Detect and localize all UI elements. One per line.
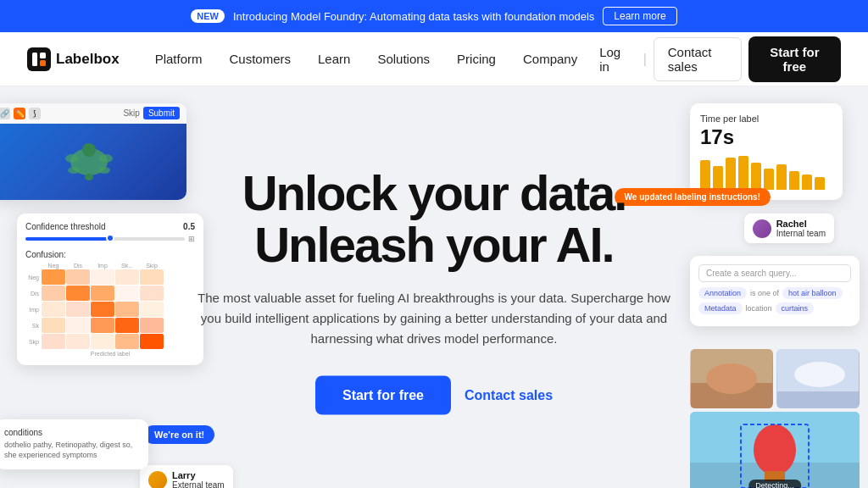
image-thumbnails: Detecting... [690, 349, 860, 488]
svg-point-8 [68, 167, 80, 174]
svg-point-19 [754, 424, 796, 475]
link-tool-icon: 🔗 [0, 108, 10, 119]
nav-customers[interactable]: Customers [217, 45, 303, 73]
conditions-title: conditions [4, 428, 140, 437]
bar-4 [738, 156, 748, 190]
confidence-slider[interactable]: ⊞ [25, 235, 195, 243]
bar-7 [776, 164, 787, 190]
svg-point-5 [82, 143, 96, 157]
banner-message: Introducing Model Foundry: Automating da… [233, 10, 594, 23]
contact-sales-link[interactable]: Contact sales [654, 37, 742, 81]
time-bar-chart [700, 156, 832, 190]
svg-rect-3 [40, 60, 46, 66]
logo-text: Labelbox [56, 51, 120, 68]
nav-learn[interactable]: Learn [306, 45, 362, 73]
nav-right: Log in | Contact sales Start for free [589, 36, 841, 82]
time-per-label-value: 17s [700, 125, 832, 149]
detecting-badge: Detecting... [748, 480, 801, 488]
annotation-tool-card: 🔗 ✏️ ⟆ Skip Submit [0, 103, 186, 200]
svg-rect-15 [777, 391, 859, 408]
logo[interactable]: Labelbox [27, 47, 120, 71]
time-per-label-card: Time per label 17s [690, 103, 843, 200]
banner-learn-button[interactable]: Learn more [603, 7, 676, 25]
hero-title: Unlock your data. Unleash your AI. [197, 168, 671, 271]
filter-value-1[interactable]: hot air balloon [782, 287, 843, 299]
bar-10 [815, 177, 825, 190]
svg-point-13 [706, 363, 757, 394]
svg-point-10 [85, 174, 93, 180]
annotation-image [0, 124, 186, 200]
hero-subtitle: The most valuable asset for fueling AI b… [197, 287, 671, 348]
edit-tool-icon: ⟆ [29, 108, 41, 119]
bar-2 [713, 166, 723, 190]
filter-value-2[interactable]: curtains [776, 302, 815, 314]
filter-row-1: Annotation is one of hot air balloon [698, 287, 851, 299]
navbar: Labelbox Platform Customers Learn Soluti… [0, 32, 868, 86]
nav-solutions[interactable]: Solutions [365, 45, 442, 73]
conditions-detail: dothelio pathy, Retinopathy, digest so, … [4, 440, 140, 461]
external-team-avatar [148, 471, 167, 489]
hero-buttons: Start for free Contact sales [197, 375, 671, 414]
nav-platform[interactable]: Platform [143, 45, 214, 73]
thumbnail-3: Detecting... [690, 412, 860, 488]
new-badge: NEW [191, 9, 225, 23]
confusion-matrix-card: Confidence threshold 0.5 ⊞ Confusion: Ne… [17, 214, 203, 365]
hero-contact-sales-button[interactable]: Contact sales [465, 387, 553, 402]
search-filter-card: Create a search query... Annotation is o… [690, 256, 860, 326]
internal-team-role: Internal team [776, 229, 826, 238]
search-query-input[interactable]: Create a search query... [698, 264, 851, 282]
thumbnail-2 [776, 349, 860, 408]
filter-op-2: location [746, 304, 772, 313]
thumbnail-1 [690, 349, 773, 408]
external-team-name: Larry [172, 470, 225, 480]
confidence-threshold-label: Confidence threshold 0.5 [25, 222, 195, 231]
internal-team-avatar [753, 219, 771, 238]
we-are-on-bubble: We're on it! [144, 425, 214, 444]
svg-rect-1 [32, 53, 37, 66]
svg-point-16 [794, 362, 845, 387]
time-per-label-title: Time per label [700, 114, 832, 124]
internal-team-card: Rachel Internal team [744, 214, 834, 243]
hero-start-free-button[interactable]: Start for free [315, 375, 451, 414]
bar-5 [751, 163, 761, 190]
labelbox-logo-icon [27, 47, 51, 71]
svg-point-6 [65, 154, 79, 163]
annotation-toolbar: 🔗 ✏️ ⟆ Skip Submit [0, 103, 186, 124]
bar-9 [802, 175, 812, 190]
filter-metadata-chip[interactable]: Metadata [698, 302, 743, 314]
confusion-label: Confusion: [25, 250, 195, 259]
filter-annotation-chip[interactable]: Annotation [698, 287, 747, 299]
filter-row-2: Metadata location curtains [698, 302, 851, 314]
nav-links: Platform Customers Learn Solutions Prici… [143, 45, 590, 73]
hero-section: 🔗 ✏️ ⟆ Skip Submit Confidence threshold … [0, 86, 868, 488]
internal-team-name: Rachel [776, 219, 826, 229]
svg-point-9 [98, 167, 110, 174]
turtle-image [55, 136, 123, 187]
bar-8 [789, 171, 799, 190]
conditions-card: conditions dothelio pathy, Retinopathy, … [0, 419, 148, 469]
svg-point-7 [99, 154, 113, 163]
login-link[interactable]: Log in [589, 38, 636, 80]
internal-team-info: Rachel Internal team [776, 219, 826, 238]
start-free-button[interactable]: Start for free [748, 36, 841, 82]
external-team-card: Larry External team [140, 465, 233, 488]
pen-tool-icon: ✏️ [14, 108, 25, 119]
svg-rect-2 [40, 53, 46, 58]
bar-3 [726, 158, 736, 190]
nav-company[interactable]: Company [511, 45, 589, 73]
external-team-info: Larry External team [172, 470, 225, 488]
announcement-banner: NEW Introducing Model Foundry: Automatin… [0, 0, 868, 32]
nav-pricing[interactable]: Pricing [445, 45, 508, 73]
submit-button[interactable]: Submit [143, 107, 180, 119]
bar-6 [764, 169, 774, 190]
svg-rect-0 [27, 47, 51, 71]
bar-1 [700, 160, 710, 190]
external-team-role: External team [172, 480, 225, 488]
filter-op-1: is one of [750, 289, 779, 297]
skip-button[interactable]: Skip [123, 108, 139, 118]
hero-content: Unlock your data. Unleash your AI. The m… [197, 168, 671, 415]
